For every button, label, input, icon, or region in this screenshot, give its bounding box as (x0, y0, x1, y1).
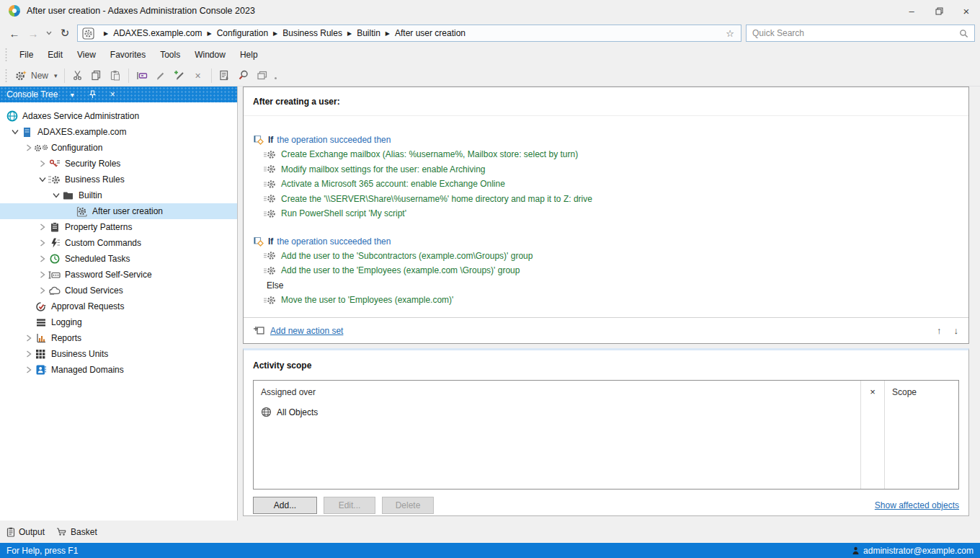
action-text[interactable]: Create the '\\SERVER\Share\%username%' h… (281, 194, 592, 204)
add-action-set-icon[interactable] (254, 326, 264, 335)
cut-button[interactable] (68, 67, 87, 84)
menu-tools[interactable]: Tools (153, 46, 187, 63)
action-text[interactable]: Modify mailbox settings for the user: en… (281, 164, 485, 174)
action-row[interactable]: Create Exchange mailbox (Alias: %usernam… (253, 147, 959, 162)
chevron-down-icon[interactable] (36, 177, 48, 182)
tree-item-logging[interactable]: Logging (0, 314, 237, 330)
tree-item-adaxes-example-com[interactable]: ADAXES.example.com (0, 124, 237, 140)
chevron-right-icon[interactable] (36, 239, 48, 247)
condition-link[interactable]: the operation succeeded then (277, 236, 391, 247)
quick-search-input[interactable]: Quick Search (746, 25, 975, 42)
breadcrumb-item-adaxes-example-com[interactable]: ADAXES.example.com (113, 28, 202, 38)
new-button[interactable]: New ▾ (12, 67, 61, 84)
delete-x-button[interactable]: × (189, 67, 208, 84)
menu-help[interactable]: Help (233, 46, 265, 63)
menu-file[interactable]: File (12, 46, 40, 63)
toolbar-grip[interactable] (4, 68, 8, 83)
tree-item-business-units[interactable]: Business Units (0, 346, 237, 362)
action-text[interactable]: Add the user to the 'Subcontractors (exa… (281, 251, 533, 261)
forward-button[interactable]: → (24, 24, 43, 43)
action-row[interactable]: Add the user to the 'Employees (example.… (253, 263, 959, 278)
chevron-right-icon[interactable] (36, 271, 48, 278)
tree-item-security-roles[interactable]: Security Roles (0, 156, 237, 172)
action-text[interactable]: Move the user to 'Employees (example.com… (281, 295, 453, 305)
edit-button[interactable]: Edit... (324, 497, 375, 514)
chevron-right-icon[interactable] (22, 350, 35, 358)
chevron-right-icon[interactable] (36, 287, 48, 294)
edit-pencil-icon[interactable] (151, 67, 170, 84)
toolbar-overflow-dot[interactable] (275, 77, 277, 79)
rename-button[interactable] (133, 67, 151, 84)
panel-close-icon[interactable]: × (107, 89, 118, 100)
move-up-button[interactable]: ↑ (937, 325, 942, 336)
minimize-button[interactable]: – (898, 0, 925, 22)
paste-button[interactable] (106, 67, 125, 84)
menu-window[interactable]: Window (187, 46, 233, 63)
close-button[interactable]: × (953, 0, 980, 22)
tree-item-configuration[interactable]: Configuration (0, 140, 237, 156)
tree-item-adaxes-service-administration[interactable]: Adaxes Service Administration (0, 108, 237, 124)
breadcrumb-item-business-rules[interactable]: Business Rules (282, 28, 342, 38)
tree-item-approval-requests[interactable]: Approval Requests (0, 298, 237, 314)
scope-column-header[interactable]: Scope (885, 381, 958, 489)
add-button[interactable]: Add... (253, 497, 317, 514)
address-bar[interactable]: ▶ADAXES.example.com▶Configuration▶Busine… (77, 25, 741, 42)
tree-item-after-user-creation[interactable]: After user creation (0, 203, 237, 219)
action-row[interactable]: Move the user to 'Employees (example.com… (253, 293, 959, 308)
tree-item-cloud-services[interactable]: Cloud Services (0, 283, 237, 298)
windows-stack-button[interactable] (253, 67, 272, 84)
action-text[interactable]: Create Exchange mailbox (Alias: %usernam… (281, 149, 578, 159)
list-options-button[interactable] (215, 67, 234, 84)
refresh-button[interactable]: ↻ (55, 24, 74, 43)
show-affected-objects-link[interactable]: Show affected objects (875, 500, 959, 510)
tree-item-scheduled-tasks[interactable]: Scheduled Tasks (0, 251, 237, 267)
action-row[interactable]: Modify mailbox settings for the user: en… (253, 162, 959, 177)
tree-item-custom-commands[interactable]: Custom Commands (0, 235, 237, 251)
console-tree-header[interactable]: Console Tree ▾ × (0, 87, 237, 102)
action-text[interactable]: Add the user to the 'Employees (example.… (281, 265, 520, 275)
search-icon[interactable] (959, 29, 968, 38)
restore-button[interactable] (925, 0, 953, 22)
chevron-right-icon[interactable] (22, 335, 35, 342)
chevron-right-icon[interactable] (22, 144, 35, 151)
tree-item-password-self-service[interactable]: Password Self-Service (0, 267, 237, 283)
favorite-star-icon[interactable]: ☆ (723, 28, 736, 39)
action-text[interactable]: Run PowerShell script 'My script' (281, 208, 406, 218)
breadcrumb-item-configuration[interactable]: Configuration (217, 28, 268, 38)
action-text[interactable]: Activate a Microsoft 365 account: enable… (281, 179, 505, 189)
chevron-right-icon[interactable] (22, 366, 35, 373)
action-row[interactable]: Activate a Microsoft 365 account: enable… (253, 177, 959, 192)
chevron-down-icon[interactable] (9, 129, 21, 135)
history-dropdown-icon[interactable] (43, 24, 55, 43)
chevron-right-icon[interactable] (36, 255, 48, 262)
menu-view[interactable]: View (70, 46, 103, 63)
new-dropdown-caret-icon[interactable]: ▾ (54, 72, 58, 79)
panel-dropdown-icon[interactable]: ▾ (66, 89, 78, 100)
tree-item-reports[interactable]: Reports (0, 330, 237, 346)
tree-item-business-rules[interactable]: Business Rules (0, 172, 237, 187)
find-button[interactable] (234, 67, 253, 84)
breadcrumb-item-builtin[interactable]: Builtin (357, 28, 380, 38)
remove-scope-icon[interactable]: × (870, 386, 876, 489)
condition-link[interactable]: the operation succeeded then (277, 135, 391, 145)
add-new-action-set-link[interactable]: Add new action set (270, 326, 343, 336)
chevron-right-icon[interactable] (36, 223, 48, 231)
copy-button[interactable] (87, 67, 106, 84)
scope-row-all-objects[interactable]: All Objects (261, 407, 853, 417)
chevron-down-icon[interactable] (50, 192, 62, 198)
tree-item-managed-domains[interactable]: Managed Domains (0, 362, 237, 378)
output-tab[interactable]: Output (6, 527, 45, 537)
breadcrumb-item-after-user-creation[interactable]: After user creation (395, 28, 466, 38)
action-row[interactable]: Create the '\\SERVER\Share\%username%' h… (253, 192, 959, 207)
assigned-over-column-header[interactable]: Assigned over (261, 387, 853, 397)
menu-favorites[interactable]: Favorites (103, 46, 153, 63)
chevron-right-icon[interactable] (36, 160, 48, 167)
modify-pencil-plus-icon[interactable] (170, 67, 189, 84)
move-down-button[interactable]: ↓ (954, 325, 959, 336)
menu-grip[interactable] (4, 48, 8, 62)
action-row[interactable]: Add the user to the 'Subcontractors (exa… (253, 249, 959, 264)
tree-item-builtin[interactable]: Builtin (0, 187, 237, 203)
delete-button[interactable]: Delete (382, 497, 434, 514)
panel-pin-icon[interactable] (86, 89, 98, 100)
basket-tab[interactable]: Basket (56, 527, 97, 537)
